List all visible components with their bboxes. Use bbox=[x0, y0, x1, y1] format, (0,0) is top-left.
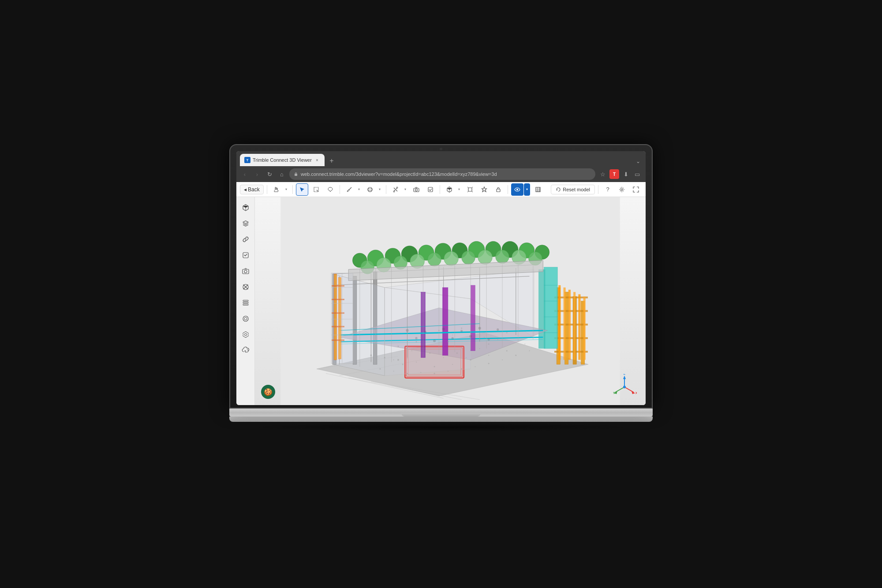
hand-tool-button[interactable] bbox=[270, 183, 283, 196]
select-tool-button[interactable] bbox=[296, 183, 308, 196]
orbit-dropdown[interactable]: ▾ bbox=[377, 183, 383, 196]
3d-viewport[interactable]: Z X Y bbox=[255, 197, 646, 405]
svg-point-30 bbox=[243, 316, 248, 321]
svg-point-117 bbox=[448, 371, 448, 372]
svg-point-127 bbox=[460, 330, 463, 332]
camera-button[interactable] bbox=[410, 183, 422, 196]
svg-point-94 bbox=[488, 343, 490, 345]
svg-point-83 bbox=[452, 335, 453, 335]
cut-dropdown[interactable]: ▾ bbox=[402, 183, 408, 196]
svg-point-129 bbox=[497, 328, 499, 331]
downloads-button[interactable]: ⬇ bbox=[621, 169, 631, 179]
sidebar-3d-model-icon[interactable] bbox=[239, 201, 253, 215]
sidebar-link-icon[interactable] bbox=[239, 232, 253, 246]
back-button[interactable]: ◂ Back bbox=[240, 185, 264, 194]
svg-marker-194 bbox=[632, 391, 635, 394]
svg-point-109 bbox=[370, 354, 372, 356]
cube-dropdown[interactable]: ▾ bbox=[456, 183, 462, 196]
toolbar-separator-6 bbox=[508, 185, 508, 194]
svg-rect-187 bbox=[573, 292, 576, 360]
svg-point-199 bbox=[623, 386, 626, 388]
measure-button[interactable] bbox=[343, 183, 355, 196]
svg-point-87 bbox=[425, 339, 426, 340]
svg-point-105 bbox=[470, 359, 471, 361]
back-label: Back bbox=[248, 186, 260, 193]
svg-point-5 bbox=[368, 187, 372, 192]
avatar-emoji: 🍪 bbox=[264, 388, 273, 396]
svg-point-108 bbox=[524, 343, 525, 344]
user-avatar[interactable]: 🍪 bbox=[261, 385, 275, 399]
toolbar-separator-5 bbox=[440, 185, 440, 194]
section-box-button[interactable] bbox=[464, 183, 476, 196]
fullscreen-button[interactable] bbox=[630, 183, 642, 196]
browser-action-buttons: ☆ T ⬇ ▭ bbox=[598, 169, 642, 179]
address-bar[interactable]: web.connect.trimble.com/3dviewer?v=model… bbox=[289, 168, 595, 180]
laptop-shadow bbox=[243, 423, 639, 432]
svg-point-14 bbox=[516, 189, 518, 190]
svg-point-113 bbox=[393, 371, 394, 372]
home-button[interactable]: ⌂ bbox=[277, 169, 287, 179]
lasso-button[interactable] bbox=[324, 183, 336, 196]
svg-point-107 bbox=[506, 350, 508, 351]
svg-point-100 bbox=[393, 359, 394, 360]
lock-icon bbox=[294, 172, 298, 176]
svg-rect-12 bbox=[468, 188, 472, 191]
building-scene bbox=[255, 197, 646, 405]
sidebar-cloud-icon[interactable] bbox=[239, 343, 253, 357]
forward-nav-button[interactable]: › bbox=[252, 169, 262, 179]
sidebar-data-icon[interactable] bbox=[239, 296, 253, 310]
reset-model-button[interactable]: Reset model bbox=[551, 185, 595, 194]
measure-dropdown[interactable]: ▾ bbox=[356, 183, 362, 196]
lock-tool-button[interactable] bbox=[492, 183, 505, 196]
settings-button[interactable] bbox=[616, 183, 628, 196]
svg-point-119 bbox=[475, 366, 475, 367]
extension-button-red[interactable]: T bbox=[609, 169, 619, 179]
hand-tool-dropdown[interactable]: ▾ bbox=[283, 183, 289, 196]
laptop-screen: T Trimble Connect 3D Viewer × + ⌄ ‹ › ↻ … bbox=[229, 144, 653, 409]
help-button[interactable]: ? bbox=[602, 183, 614, 196]
svg-point-134 bbox=[488, 339, 490, 341]
browser-chrome: T Trimble Connect 3D Viewer × + ⌄ ‹ › ↻ … bbox=[236, 151, 646, 182]
cube-view-button[interactable] bbox=[443, 183, 456, 196]
stamp-button[interactable] bbox=[478, 183, 490, 196]
svg-rect-77 bbox=[471, 285, 475, 351]
svg-rect-13 bbox=[497, 189, 500, 192]
svg-point-125 bbox=[424, 331, 426, 333]
svg-point-104 bbox=[452, 364, 453, 365]
cut-button[interactable] bbox=[389, 183, 402, 196]
back-nav-button[interactable]: ‹ bbox=[240, 169, 250, 179]
svg-point-121 bbox=[502, 359, 503, 360]
svg-text:Z: Z bbox=[624, 374, 626, 375]
bookmark-button[interactable]: ☆ bbox=[598, 169, 608, 179]
view-mode-button[interactable] bbox=[511, 183, 523, 196]
sidebar-settings-icon[interactable] bbox=[239, 327, 253, 342]
remote-desktop-button[interactable]: ▭ bbox=[632, 169, 642, 179]
sidebar-clash-icon[interactable] bbox=[239, 280, 253, 294]
refresh-button[interactable]: ↻ bbox=[265, 169, 274, 179]
svg-point-31 bbox=[244, 317, 247, 320]
orbit-button[interactable] bbox=[364, 183, 376, 196]
new-tab-button[interactable]: + bbox=[326, 156, 337, 166]
sidebar-camera-icon[interactable] bbox=[239, 264, 253, 278]
sidebar-safety-icon[interactable] bbox=[239, 312, 253, 326]
active-browser-tab[interactable]: T Trimble Connect 3D Viewer × bbox=[240, 154, 325, 166]
svg-point-88 bbox=[447, 341, 448, 342]
box-select-button[interactable] bbox=[310, 183, 322, 196]
checkbox-button[interactable] bbox=[424, 183, 437, 196]
sidebar-layers-icon[interactable] bbox=[239, 216, 253, 231]
grid-button[interactable] bbox=[532, 183, 544, 196]
svg-point-155 bbox=[496, 250, 509, 264]
svg-rect-185 bbox=[564, 287, 566, 360]
tab-close-button[interactable]: × bbox=[314, 157, 320, 163]
svg-point-102 bbox=[416, 361, 417, 362]
view-dropdown[interactable]: ▾ bbox=[524, 183, 530, 196]
address-bar-row: ‹ › ↻ ⌂ web.connect.trimble.com/3dviewer… bbox=[236, 166, 646, 182]
tab-menu-button[interactable]: ⌄ bbox=[634, 156, 642, 166]
axis-indicator: Z X Y bbox=[613, 374, 637, 398]
tab-title: Trimble Connect 3D Viewer bbox=[253, 157, 312, 163]
sidebar-issues-icon[interactable] bbox=[239, 248, 253, 262]
svg-point-91 bbox=[411, 350, 412, 351]
toolbar-separator-4 bbox=[386, 185, 386, 194]
toolbar-separator-7 bbox=[598, 185, 598, 194]
tab-favicon: T bbox=[244, 157, 250, 163]
